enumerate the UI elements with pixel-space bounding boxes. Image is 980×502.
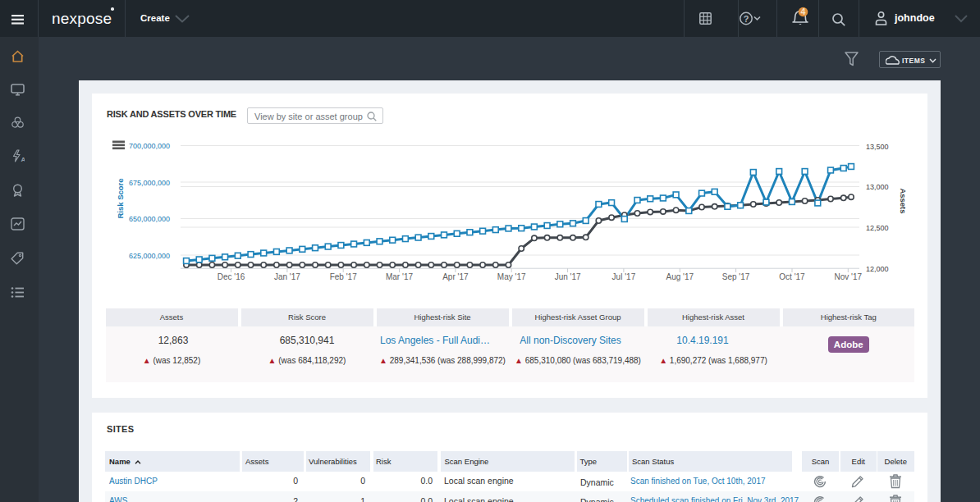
svg-text:Sep '17: Sep '17 xyxy=(722,272,750,281)
svg-text:12,500: 12,500 xyxy=(866,224,889,232)
svg-text:700,000,000: 700,000,000 xyxy=(129,142,170,150)
svg-text:Nov '17: Nov '17 xyxy=(835,272,863,281)
svg-text:Risk Score: Risk Score xyxy=(116,178,125,218)
svg-text:Jan '17: Jan '17 xyxy=(274,272,300,281)
svg-text:May '17: May '17 xyxy=(497,272,526,281)
svg-text:13,500: 13,500 xyxy=(866,143,889,151)
svg-text:650,000,000: 650,000,000 xyxy=(129,215,170,223)
svg-text:675,000,000: 675,000,000 xyxy=(129,179,170,187)
svg-text:625,000,000: 625,000,000 xyxy=(129,252,170,260)
svg-text:?: ? xyxy=(744,14,749,24)
svg-text:Mar '17: Mar '17 xyxy=(386,272,413,281)
svg-text:Aug '17: Aug '17 xyxy=(666,272,694,281)
svg-text:12,000: 12,000 xyxy=(866,265,889,273)
svg-text:Jul '17: Jul '17 xyxy=(612,272,636,281)
svg-text:13,000: 13,000 xyxy=(866,183,889,191)
svg-text:Dec '16: Dec '16 xyxy=(218,272,245,281)
svg-text:Feb '17: Feb '17 xyxy=(330,272,357,281)
svg-text:4: 4 xyxy=(801,7,806,16)
svg-text:Apr '17: Apr '17 xyxy=(442,272,469,281)
svg-text:Assets: Assets xyxy=(899,188,908,213)
svg-text:A: A xyxy=(21,156,25,163)
svg-text:Oct '17: Oct '17 xyxy=(779,272,805,281)
svg-text:Jun '17: Jun '17 xyxy=(555,272,581,281)
